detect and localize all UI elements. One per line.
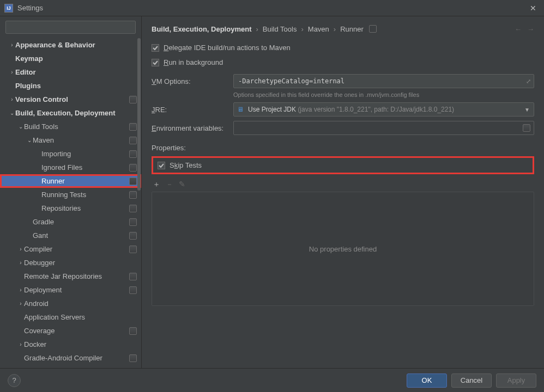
chevron-right-icon: › <box>17 246 24 252</box>
sidebar-item-label: Gradle <box>33 218 129 226</box>
properties-label: Properties: <box>152 144 534 152</box>
scope-badge-icon <box>129 273 137 280</box>
sidebar-item-label: Editor <box>15 68 137 76</box>
breadcrumb-item[interactable]: Build Tools <box>263 25 297 33</box>
scope-icon[interactable] <box>369 25 377 33</box>
list-icon[interactable] <box>523 124 530 132</box>
scope-badge-icon <box>129 164 137 171</box>
env-variables-input[interactable] <box>233 121 534 135</box>
sidebar-item-label: Repositories <box>41 204 129 212</box>
remove-icon[interactable]: － <box>166 180 173 189</box>
chevron-right-icon: › <box>17 301 24 307</box>
add-icon[interactable]: ＋ <box>153 180 160 189</box>
sidebar-item-remote-jar-repositories[interactable]: Remote Jar Repositories <box>0 270 141 283</box>
delegate-checkbox-row[interactable]: Delegate IDE build/run actions to Maven <box>152 44 534 52</box>
sidebar-item-maven[interactable]: ⌄Maven <box>0 133 141 147</box>
sidebar-item-label: Docker <box>24 340 137 348</box>
sidebar-item-deployment[interactable]: ›Deployment <box>0 283 141 297</box>
chevron-right-icon: › <box>9 69 15 75</box>
chevron-right-icon: › <box>9 42 15 48</box>
search-input[interactable] <box>5 21 136 34</box>
edit-icon[interactable]: ✎ <box>179 180 185 189</box>
delegate-label: Delegate IDE build/run actions to Maven <box>164 44 291 52</box>
sidebar-item-plugins[interactable]: Plugins <box>0 79 141 93</box>
sidebar-item-build-tools[interactable]: ⌄Build Tools <box>0 120 141 133</box>
sidebar-item-running-tests[interactable]: Running Tests <box>0 188 141 201</box>
sidebar-item-label: Deployment <box>24 286 129 294</box>
sidebar-item-android[interactable]: ›Android <box>0 297 141 310</box>
sidebar-item-repositories[interactable]: Repositories <box>0 201 141 215</box>
vmoptions-input[interactable] <box>233 74 534 88</box>
env-label: Environment variables: <box>152 124 228 132</box>
scope-badge-icon <box>129 232 137 240</box>
sidebar-item-importing[interactable]: Importing <box>0 147 141 161</box>
scope-badge-icon <box>129 354 137 362</box>
properties-table[interactable]: No properties defined <box>152 192 534 306</box>
sidebar-item-label: Gant <box>33 231 129 240</box>
sidebar-item-editor[interactable]: ›Editor <box>0 65 141 79</box>
sidebar-item-label: Plugins <box>15 82 137 90</box>
close-icon[interactable]: ✕ <box>527 3 540 14</box>
main-panel: Build, Execution, Deployment › Build Too… <box>142 16 544 368</box>
sidebar-item-label: Application Servers <box>24 313 137 321</box>
checkbox-checked-icon[interactable] <box>158 162 165 169</box>
sidebar-item-docker[interactable]: ›Docker <box>0 338 141 351</box>
scope-badge-icon <box>129 191 137 199</box>
sidebar-item-label: Gradle-Android Compiler <box>24 354 129 362</box>
cancel-button[interactable]: Cancel <box>451 373 492 388</box>
sidebar-item-build-execution-deployment[interactable]: ⌄Build, Execution, Deployment <box>0 106 141 120</box>
scope-badge-icon <box>129 327 137 335</box>
folder-icon: 🖥 <box>237 106 244 113</box>
sidebar-item-debugger[interactable]: ›Debugger <box>0 256 141 270</box>
sidebar-item-application-servers[interactable]: Application Servers <box>0 310 141 324</box>
sidebar-item-compiler[interactable]: ›Compiler <box>0 242 141 256</box>
jre-dropdown[interactable]: 🖥 Use Project JDK (java version "1.8.0_2… <box>233 102 534 117</box>
vmoptions-hint: Options specified in this field override… <box>233 91 534 98</box>
breadcrumb-item[interactable]: Maven <box>308 25 329 33</box>
breadcrumb: Build, Execution, Deployment › Build Too… <box>152 21 534 37</box>
ok-button[interactable]: OK <box>407 373 447 388</box>
app-icon: IJ <box>4 4 13 13</box>
sidebar-item-label: Keymap <box>15 54 137 63</box>
apply-button[interactable]: Apply <box>496 373 536 388</box>
sidebar-item-gradle[interactable]: Gradle <box>0 215 141 229</box>
sidebar-item-label: Appearance & Behavior <box>15 41 137 49</box>
dialog-footer: ? OK Cancel Apply <box>0 368 544 392</box>
sidebar-scrollbar[interactable] <box>137 38 141 368</box>
sidebar-item-appearance-behavior[interactable]: ›Appearance & Behavior <box>0 38 141 52</box>
forward-icon[interactable]: → <box>527 25 534 33</box>
back-icon[interactable]: ← <box>515 25 522 33</box>
scope-badge-icon <box>129 123 137 131</box>
scope-badge-icon <box>129 246 137 253</box>
expand-icon[interactable]: ⤢ <box>526 78 531 85</box>
chevron-down-icon: ⌄ <box>17 124 24 130</box>
sidebar-item-gant[interactable]: Gant <box>0 229 141 242</box>
scope-badge-icon <box>129 96 137 103</box>
sidebar-item-label: Coverage <box>24 327 129 335</box>
help-button[interactable]: ? <box>8 374 21 387</box>
checkbox-checked-icon[interactable] <box>152 59 159 66</box>
skip-tests-row[interactable]: Skip Tests <box>152 156 534 174</box>
sidebar-item-label: Version Control <box>15 95 129 103</box>
sidebar-item-runner[interactable]: Runner <box>0 174 141 188</box>
breadcrumb-item[interactable]: Runner <box>340 25 364 33</box>
checkbox-checked-icon[interactable] <box>152 44 159 52</box>
background-checkbox-row[interactable]: Run in background <box>152 58 534 66</box>
properties-empty-text: No properties defined <box>309 245 377 253</box>
breadcrumb-item[interactable]: Build, Execution, Deployment <box>152 25 251 33</box>
sidebar-item-label: Debugger <box>24 259 137 267</box>
chevron-down-icon[interactable]: ▼ <box>524 107 530 113</box>
scope-badge-icon <box>129 205 137 212</box>
sidebar-item-label: Remote Jar Repositories <box>24 272 129 280</box>
sidebar-item-ignored-files[interactable]: Ignored Files <box>0 161 141 174</box>
chevron-right-icon: › <box>9 96 15 102</box>
chevron-right-icon: › <box>17 341 24 347</box>
sidebar-item-coverage[interactable]: Coverage <box>0 324 141 338</box>
settings-tree[interactable]: ›Appearance & BehaviorKeymap›EditorPlugi… <box>0 38 141 368</box>
sidebar-item-keymap[interactable]: Keymap <box>0 52 141 65</box>
chevron-down-icon: ⌄ <box>9 110 15 116</box>
sidebar-item-label: Running Tests <box>41 191 129 199</box>
sidebar-item-gradle-android-compiler[interactable]: Gradle-Android Compiler <box>0 351 141 365</box>
scope-badge-icon <box>129 150 137 158</box>
sidebar-item-version-control[interactable]: ›Version Control <box>0 93 141 106</box>
